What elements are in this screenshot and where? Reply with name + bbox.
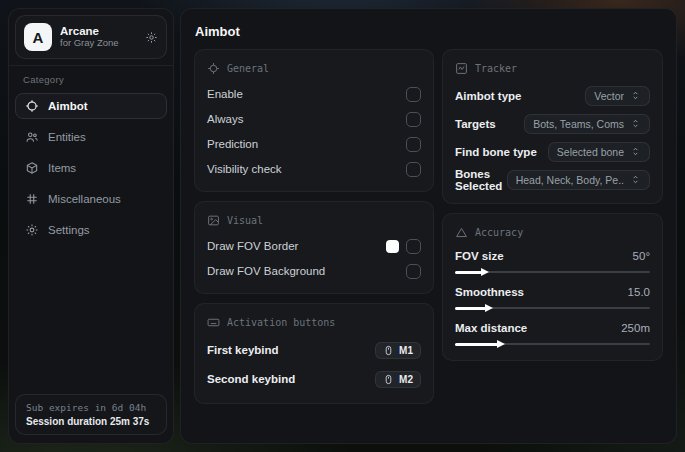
- fov-size-setting: FOV size 50°: [455, 247, 650, 277]
- setting-row: Draw FOV Background: [207, 260, 421, 282]
- sidebar-item-label: Settings: [48, 224, 90, 236]
- fov-size-slider[interactable]: [455, 267, 650, 277]
- setting-label: First keybind: [207, 344, 279, 356]
- app-header[interactable]: A Arcane for Gray Zone: [15, 15, 167, 59]
- crosshair-icon: [207, 62, 220, 75]
- slider-thumb[interactable]: [497, 340, 505, 348]
- main-panel: Aimbot General Enable Always: [180, 8, 677, 444]
- slider-value: 15.0: [628, 286, 650, 298]
- setting-row: Draw FOV Border: [207, 235, 421, 257]
- setting-label: Bones Selected: [455, 168, 507, 192]
- keybind-value: M2: [399, 374, 413, 385]
- image-icon: [207, 214, 220, 227]
- triangle-icon: [455, 226, 468, 239]
- sidebar-item-entities[interactable]: Entities: [15, 124, 167, 150]
- setting-label: Targets: [455, 118, 496, 130]
- setting-controls: [386, 239, 421, 254]
- enable-checkbox[interactable]: [406, 87, 421, 102]
- sidebar-item-items[interactable]: Items: [15, 155, 167, 181]
- setting-label: Smoothness: [455, 286, 524, 298]
- setting-row: Bones Selected Head, Neck, Body, Pe..: [455, 167, 650, 192]
- select-value: Vector: [594, 90, 624, 102]
- bones-selected-select[interactable]: Head, Neck, Body, Pe..: [507, 170, 650, 190]
- max-distance-setting: Max distance 250m: [455, 319, 650, 349]
- always-checkbox[interactable]: [406, 112, 421, 127]
- sidebar-item-label: Aimbot: [48, 100, 88, 112]
- smoothness-slider[interactable]: [455, 303, 650, 313]
- draw-fov-background-checkbox[interactable]: [406, 264, 421, 279]
- max-distance-slider[interactable]: [455, 339, 650, 349]
- slider-thumb[interactable]: [485, 304, 493, 312]
- smoothness-setting: Smoothness 15.0: [455, 283, 650, 313]
- setting-label: Visibility check: [207, 163, 282, 175]
- app-logo: A: [24, 23, 52, 51]
- draw-fov-border-checkbox[interactable]: [406, 239, 421, 254]
- fov-border-color-swatch[interactable]: [386, 240, 399, 253]
- chevrons-up-down-icon: [630, 146, 641, 157]
- sidebar-item-miscellaneous[interactable]: Miscellaneous: [15, 186, 167, 212]
- sidebar-item-label: Miscellaneous: [48, 193, 121, 205]
- setting-row: Always: [207, 108, 421, 130]
- setting-row: Visibility check: [207, 158, 421, 180]
- setting-row: Aimbot type Vector: [455, 83, 650, 108]
- setting-row: Prediction: [207, 133, 421, 155]
- subscription-info: Sub expires in 6d 04h Session duration 2…: [15, 394, 167, 435]
- setting-row: Second keybind M2: [207, 366, 421, 392]
- activation-card-title: Activation buttons: [227, 317, 335, 328]
- right-column: Tracker Aimbot type Vector Targets Bots,…: [442, 49, 663, 404]
- sidebar-item-label: Items: [48, 162, 76, 174]
- grid-icon: [24, 192, 39, 206]
- chevrons-up-down-icon: [630, 174, 641, 185]
- session-duration-text: Session duration 25m 37s: [26, 416, 156, 427]
- sidebar-divider: [9, 65, 173, 66]
- setting-label: Always: [207, 113, 243, 125]
- visual-card-title: Visual: [227, 215, 263, 226]
- app-header-text: Arcane for Gray Zone: [60, 25, 137, 49]
- prediction-checkbox[interactable]: [406, 137, 421, 152]
- slider-fill: [455, 343, 498, 346]
- sidebar-item-aimbot[interactable]: Aimbot: [15, 93, 167, 119]
- first-keybind-button[interactable]: M1: [375, 342, 421, 359]
- sidebar-item-label: Entities: [48, 131, 86, 143]
- select-value: Selected bone: [557, 146, 624, 158]
- visual-card: Visual Draw FOV Border Draw FOV Backgrou…: [194, 201, 434, 294]
- general-card-header: General: [207, 62, 421, 75]
- accuracy-card-title: Accuracy: [475, 227, 523, 238]
- general-card-title: General: [227, 63, 269, 74]
- crosshair-icon: [24, 99, 39, 113]
- page-title: Aimbot: [181, 9, 676, 49]
- setting-label: FOV size: [455, 250, 504, 262]
- content-columns: General Enable Always Prediction Visibil…: [181, 49, 676, 404]
- tracker-card-title: Tracker: [475, 63, 517, 74]
- slider-thumb[interactable]: [481, 268, 489, 276]
- sidebar-nav: Aimbot Entities Items Miscellaneous Sett…: [9, 93, 173, 243]
- slider-value: 50°: [633, 250, 650, 262]
- chevrons-up-down-icon: [630, 118, 641, 129]
- left-column: General Enable Always Prediction Visibil…: [194, 49, 434, 404]
- sidebar-item-settings[interactable]: Settings: [15, 217, 167, 243]
- visibility-check-checkbox[interactable]: [406, 162, 421, 177]
- setting-row: Find bone type Selected bone: [455, 139, 650, 164]
- select-value: Bots, Teams, Coms: [533, 118, 624, 130]
- slider-value: 250m: [621, 322, 650, 334]
- second-keybind-button[interactable]: M2: [375, 371, 421, 388]
- general-card: General Enable Always Prediction Visibil…: [194, 49, 434, 192]
- visual-card-header: Visual: [207, 214, 421, 227]
- targets-select[interactable]: Bots, Teams, Coms: [524, 114, 650, 134]
- slider-fill: [455, 307, 486, 310]
- slider-labels: Max distance 250m: [455, 319, 650, 337]
- activation-card: Activation buttons First keybind M1 Seco…: [194, 303, 434, 404]
- accuracy-card-header: Accuracy: [455, 226, 650, 239]
- aimbot-type-select[interactable]: Vector: [585, 86, 650, 106]
- slider-labels: Smoothness 15.0: [455, 283, 650, 301]
- setting-row: First keybind M1: [207, 337, 421, 363]
- slider-fill: [455, 271, 482, 274]
- setting-label: Aimbot type: [455, 90, 521, 102]
- select-value: Head, Neck, Body, Pe..: [516, 174, 624, 186]
- gear-icon[interactable]: [145, 31, 158, 44]
- keybind-value: M1: [399, 345, 413, 356]
- find-bone-type-select[interactable]: Selected bone: [548, 142, 650, 162]
- users-icon: [24, 130, 39, 144]
- setting-row: Targets Bots, Teams, Coms: [455, 111, 650, 136]
- setting-row: Enable: [207, 83, 421, 105]
